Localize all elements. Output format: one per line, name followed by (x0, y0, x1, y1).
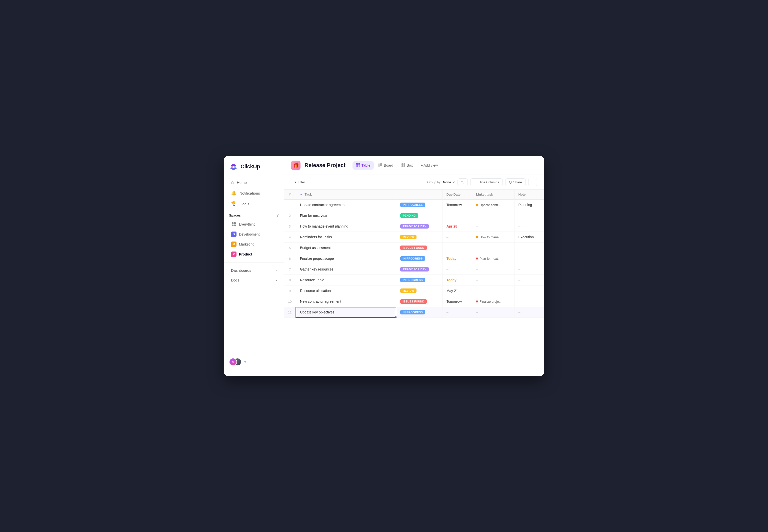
share-button[interactable]: ⬡ Share (505, 178, 526, 186)
linked-task-cell[interactable]: Update contr... (472, 200, 514, 210)
linked-task-cell[interactable]: – (472, 210, 514, 221)
note-cell[interactable]: – (514, 275, 544, 285)
tab-board[interactable]: Board (375, 161, 396, 170)
status-cell[interactable]: IN PROGRESS (396, 200, 442, 210)
col-linked-task[interactable]: Linket task (472, 190, 514, 200)
sidebar-item-marketing[interactable]: M Marketing (226, 240, 282, 249)
table-row[interactable]: 11Update key objectivesIN PROGRESS––– (284, 307, 544, 318)
task-name-cell[interactable]: Plan for next year (296, 210, 396, 221)
linked-task-cell[interactable]: – (472, 264, 514, 275)
table-row[interactable]: 6Finalize project scopeIN PROGRESSToday … (284, 253, 544, 264)
filter-button[interactable]: ▾ Filter (291, 179, 309, 186)
task-name-cell[interactable]: Resource Table (296, 275, 396, 285)
table-row[interactable]: 7Gather key resourcesREADY FOR DEV––– (284, 264, 544, 275)
svg-rect-13 (401, 165, 403, 167)
table-row[interactable]: 2Plan for next yearPENDING––– (284, 210, 544, 221)
sidebar-item-home[interactable]: ⌂ Home (226, 177, 282, 188)
chevron-down-icon[interactable]: ∨ (276, 213, 279, 217)
linked-task-cell[interactable]: – (472, 275, 514, 285)
sidebar-item-everything[interactable]: Everything (226, 220, 282, 229)
status-cell[interactable]: IN PROGRESS (396, 275, 442, 285)
table-row[interactable]: 8Resource TableIN PROGRESSToday–– (284, 275, 544, 285)
sidebar-item-notifications[interactable]: 🔔 Notifications (226, 188, 282, 198)
status-cell[interactable]: IN PROGRESS (396, 253, 442, 264)
task-name-cell[interactable]: How to manage event planning (296, 221, 396, 232)
tab-table[interactable]: Table (353, 161, 374, 170)
due-date-cell[interactable]: Today (442, 253, 472, 264)
task-name: Reminders for Tasks (300, 235, 332, 239)
row-number: 4 (284, 232, 296, 243)
status-cell[interactable]: ISSUES FOUND (396, 243, 442, 253)
linked-task-cell[interactable]: – (472, 243, 514, 253)
group-by-value: None (443, 180, 451, 184)
status-cell[interactable]: ISSUES FOUND (396, 296, 442, 307)
sidebar-item-dashboards[interactable]: Dashboards › (226, 266, 282, 275)
sidebar-item-goals[interactable]: 🏆 Goals (226, 199, 282, 209)
sidebar-item-product[interactable]: P Product (226, 250, 282, 259)
linked-task-cell[interactable]: – (472, 221, 514, 232)
status-cell[interactable]: REVIEW (396, 232, 442, 243)
task-name-cell[interactable]: Resource allocation (296, 285, 396, 296)
note-cell[interactable]: – (514, 253, 544, 264)
status-cell[interactable]: READY FOR DEV (396, 264, 442, 275)
task-name-cell[interactable]: Reminders for Tasks (296, 232, 396, 243)
due-date-cell[interactable]: Tomorrow (442, 296, 472, 307)
due-date-cell[interactable]: Apr 28 (442, 221, 472, 232)
due-date-cell[interactable]: Tomorrow (442, 200, 472, 210)
svg-rect-4 (356, 163, 360, 167)
linked-task-cell[interactable]: Finalize proje... (472, 296, 514, 307)
note-cell[interactable]: – (514, 221, 544, 232)
table-row[interactable]: 5Budget assessmentISSUES FOUND––– (284, 243, 544, 253)
table-row[interactable]: 3How to manage event planningREADY FOR D… (284, 221, 544, 232)
note-cell[interactable]: Planning (514, 200, 544, 210)
note-value: – (518, 267, 520, 271)
task-name-cell[interactable]: Update contractor agreement (296, 200, 396, 210)
note-cell[interactable]: – (514, 210, 544, 221)
hide-columns-button[interactable]: ☰ Hide Columns (470, 178, 503, 186)
status-cell[interactable]: REVIEW (396, 285, 442, 296)
col-task[interactable]: ✓ Task (296, 190, 396, 200)
due-date-cell[interactable]: Today (442, 275, 472, 285)
col-due-date[interactable]: Due Date (442, 190, 472, 200)
linked-task-cell[interactable]: – (472, 285, 514, 296)
sidebar-item-development[interactable]: D Development (226, 230, 282, 239)
dashboards-label: Dashboards (231, 268, 251, 272)
task-name-cell[interactable]: Gather key resources (296, 264, 396, 275)
due-date-cell[interactable]: – (442, 210, 472, 221)
toolbar: ▾ Filter Group by: None ∨ ⇅ ☰ Hide Colum… (284, 175, 544, 190)
due-date-cell[interactable]: – (442, 232, 472, 243)
task-name-cell[interactable]: Update key objectives (296, 307, 396, 318)
linked-task-cell[interactable]: – (472, 307, 514, 318)
table-row[interactable]: 10New contractor agreementISSUES FOUNDTo… (284, 296, 544, 307)
note-cell[interactable]: – (514, 307, 544, 318)
status-cell[interactable]: PENDING (396, 210, 442, 221)
note-cell[interactable]: Execution (514, 232, 544, 243)
linked-task-cell[interactable]: Plan for next... (472, 253, 514, 264)
due-date-cell[interactable]: May 21 (442, 285, 472, 296)
table-row[interactable]: 9Resource allocationREVIEWMay 21–– (284, 285, 544, 296)
due-date-cell[interactable]: – (442, 243, 472, 253)
note-cell[interactable]: – (514, 296, 544, 307)
sidebar-item-docs[interactable]: Docs › (226, 275, 282, 285)
status-cell[interactable]: READY FOR DEV (396, 221, 442, 232)
group-by-control[interactable]: Group by: None ∨ (427, 180, 455, 184)
task-name-cell[interactable]: Budget assessment (296, 243, 396, 253)
col-note[interactable]: Note (514, 190, 544, 200)
tab-box[interactable]: Box (398, 161, 416, 170)
task-name-cell[interactable]: Finalize project scope (296, 253, 396, 264)
linked-task-cell[interactable]: How to mana... (472, 232, 514, 243)
due-date-cell[interactable]: – (442, 264, 472, 275)
sort-button[interactable]: ⇅ (457, 178, 468, 186)
status-cell[interactable]: IN PROGRESS (396, 307, 442, 318)
note-cell[interactable]: – (514, 285, 544, 296)
add-view-button[interactable]: + Add view (417, 162, 441, 169)
user-dropdown-arrow[interactable]: ∨ (244, 360, 246, 364)
table-row[interactable]: 4Reminders for TasksREVIEW– How to mana.… (284, 232, 544, 243)
add-view-label: + Add view (421, 163, 438, 167)
due-date-cell[interactable]: – (442, 307, 472, 318)
note-cell[interactable]: – (514, 243, 544, 253)
more-button[interactable]: ··· (528, 178, 537, 186)
note-cell[interactable]: – (514, 264, 544, 275)
task-name-cell[interactable]: New contractor agreement (296, 296, 396, 307)
table-row[interactable]: 1Update contractor agreementIN PROGRESST… (284, 200, 544, 210)
